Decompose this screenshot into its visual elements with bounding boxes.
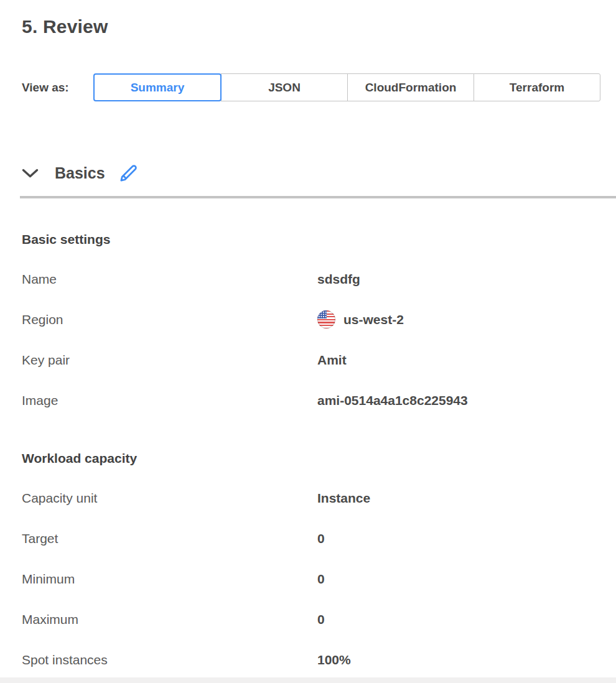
row-value: Amit (317, 353, 347, 368)
section-divider (20, 196, 616, 198)
summary-row-key-pair: Key pair Amit (22, 351, 600, 369)
basics-section-header: Basics (22, 164, 600, 183)
basics-section-title: Basics (55, 164, 105, 182)
summary-row-image: Image ami-0514a4a1c8c225943 (22, 391, 600, 409)
chevron-down-icon[interactable] (22, 169, 39, 179)
tab-cloudformation[interactable]: CloudFormation (347, 73, 474, 101)
view-as-row: View as: Summary JSON CloudFormation Ter… (22, 73, 600, 101)
row-label: Region (22, 312, 317, 327)
tab-json[interactable]: JSON (221, 73, 348, 101)
row-value: ami-0514a4a1c8c225943 (317, 393, 468, 408)
review-page: 5. Review View as: Summary JSON CloudFor… (0, 0, 616, 669)
row-value: 0 (317, 572, 325, 587)
row-value: 100% (317, 653, 351, 667)
row-value: sdsdfg (317, 272, 360, 287)
workload-capacity-group: Workload capacity Capacity unit Instance… (22, 451, 600, 669)
view-as-label: View as: (22, 81, 93, 95)
pencil-edit-icon[interactable] (119, 164, 138, 183)
row-label: Name (22, 272, 317, 287)
row-label: Target (22, 531, 317, 546)
us-flag-icon (317, 310, 335, 328)
tab-terraform[interactable]: Terraform (474, 73, 600, 101)
summary-row-spot-instances: Spot instances 100% (22, 651, 600, 669)
row-label: Maximum (22, 612, 317, 627)
row-label: Image (22, 393, 317, 408)
region-value: us-west-2 (343, 312, 404, 327)
next-section-divider (0, 677, 616, 683)
row-value: Instance (317, 491, 370, 506)
tab-summary[interactable]: Summary (93, 73, 222, 101)
summary-row-name: Name sdsdfg (22, 270, 600, 288)
row-label: Capacity unit (22, 491, 317, 506)
summary-row-minimum: Minimum 0 (22, 570, 600, 588)
basic-settings-group: Basic settings Name sdsdfg Region us-wes… (22, 232, 600, 409)
row-value: us-west-2 (317, 310, 404, 328)
row-label: Spot instances (22, 653, 317, 667)
view-as-tab-group: Summary JSON CloudFormation Terraform (93, 73, 600, 101)
row-label: Key pair (22, 353, 317, 368)
summary-row-target: Target 0 (22, 529, 600, 547)
summary-row-maximum: Maximum 0 (22, 610, 600, 628)
row-value: 0 (317, 612, 325, 627)
summary-row-region: Region us-west-2 (22, 310, 600, 328)
summary-row-capacity-unit: Capacity unit Instance (22, 489, 600, 507)
basic-settings-heading: Basic settings (22, 232, 600, 247)
row-value: 0 (317, 531, 325, 546)
row-label: Minimum (22, 572, 317, 587)
page-title: 5. Review (22, 16, 600, 37)
workload-capacity-heading: Workload capacity (22, 451, 600, 466)
